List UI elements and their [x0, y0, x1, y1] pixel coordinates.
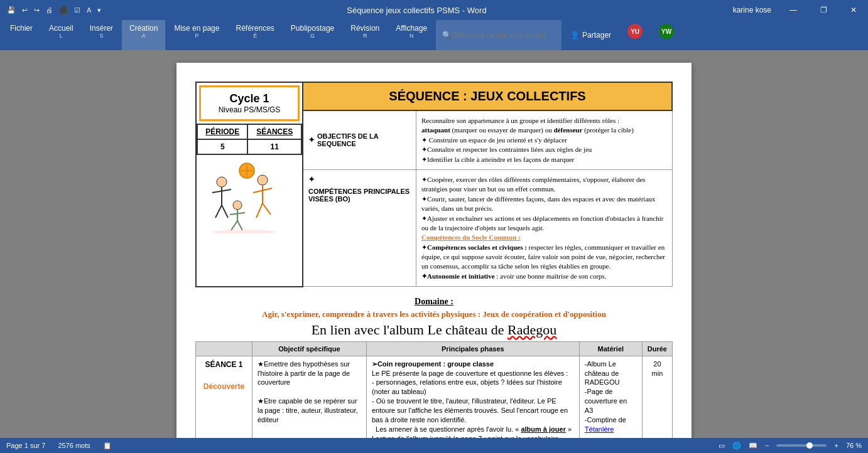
periode-value: 5 — [197, 139, 247, 154]
competences-text: COMPÉTENCES PRINCIPALES VISÉES (BO) — [308, 188, 411, 203]
tab-mise-en-page-label: Mise en page — [174, 24, 219, 33]
tab-accueil-label: Accueil — [49, 24, 73, 33]
tab-revision[interactable]: Révision R — [343, 20, 387, 50]
svg-point-13 — [233, 201, 242, 210]
competences-label: ✦ COMPÉTENCES PRINCIPALES VISÉES (BO) — [303, 170, 416, 286]
tab-mise-en-page[interactable]: Mise en page P — [166, 20, 227, 50]
tab-publipostage-label: Publipostage — [291, 24, 334, 33]
zoom-out-icon[interactable]: − — [765, 442, 769, 449]
svg-line-7 — [222, 205, 228, 218]
restore-button[interactable]: ❐ — [809, 0, 838, 20]
defenseur-text: défenseur — [553, 126, 582, 134]
search-bar[interactable]: 🔍 — [436, 20, 561, 50]
objectifs-star: ✦ — [308, 136, 315, 144]
document-title: Séquence jeux collectifs PSMS - Word — [108, 6, 725, 15]
svg-line-12 — [263, 203, 271, 215]
save-icon[interactable]: 💾 — [5, 5, 18, 16]
col-seance — [196, 341, 252, 356]
window-controls: — ❐ ✕ — [779, 0, 868, 20]
seance1-objectif: ★Emettre des hypothèses sur l'histoire à… — [252, 356, 367, 438]
col-objectif: Objectif spécifique — [252, 341, 367, 356]
title-bar: 💾 ↩ ↪ 🖨 ⬛ ☑ A ▾ Séquence jeux collectifs… — [0, 0, 868, 20]
qa-icon6[interactable]: ☑ — [72, 5, 82, 16]
tab-creation[interactable]: Création A — [122, 20, 165, 50]
close-button[interactable]: ✕ — [839, 0, 868, 20]
col-duree: Durée — [642, 341, 672, 356]
tab-affichage-label: Affichage — [396, 24, 427, 33]
tab-creation-label: Création — [129, 24, 158, 33]
seances-label: SÉANCES — [247, 124, 301, 139]
tab-fichier[interactable]: Fichier — [3, 20, 40, 50]
partner-icon: 👤 — [570, 31, 580, 40]
col-phases: Principales phases — [366, 341, 579, 356]
document-image — [197, 155, 291, 237]
redo-icon[interactable]: ↪ — [32, 5, 41, 16]
zoom-in-icon[interactable]: + — [834, 442, 838, 449]
tab-revision-label: Révision — [350, 24, 379, 33]
tab-fichier-label: Fichier — [10, 24, 33, 33]
undo-icon[interactable]: ↩ — [20, 5, 30, 16]
view-print-icon[interactable]: ▭ — [719, 442, 725, 450]
header-table: Cycle 1 Niveau PS/MS/GS PÉRIODE SÉANCES … — [195, 82, 673, 287]
qa-icon5[interactable]: ⬛ — [57, 5, 70, 16]
tab-references[interactable]: Références É — [228, 20, 281, 50]
search-input[interactable] — [452, 31, 546, 39]
minimize-button[interactable]: — — [779, 0, 808, 20]
objectifs-label: ✦ OBJECTIFS DE LA SEQUENCE — [303, 111, 416, 169]
tab-references-shortcut: É — [236, 33, 274, 39]
tab-accueil[interactable]: Accueil L — [41, 20, 81, 50]
seance1-duree: 20min — [642, 356, 672, 438]
objectifs-text: OBJECTIFS DE LA SEQUENCE — [317, 132, 411, 147]
svg-line-16 — [231, 221, 237, 230]
col-materiel: Matériel — [579, 341, 642, 356]
competences-row: ✦ COMPÉTENCES PRINCIPALES VISÉES (BO) ✦C… — [303, 170, 672, 286]
sequence-title: SÉQUENCE : JEUX COLLECTIFS — [303, 82, 672, 110]
svg-point-3 — [217, 177, 227, 187]
main-area: Cycle 1 Niveau PS/MS/GS PÉRIODE SÉANCES … — [0, 50, 868, 438]
avatar-yu: YU — [627, 24, 643, 39]
tab-affichage[interactable]: Affichage N — [388, 20, 435, 50]
competences-sociales-label: Compétences sociales et civiques : — [427, 243, 527, 251]
svg-line-17 — [237, 221, 242, 230]
domain-label: Domaine : — [195, 297, 673, 307]
document-page: Cycle 1 Niveau PS/MS/GS PÉRIODE SÉANCES … — [176, 63, 692, 438]
qa-dropdown[interactable]: ▾ — [95, 5, 103, 16]
svg-point-8 — [258, 175, 268, 185]
tab-mise-en-page-shortcut: P — [174, 33, 219, 39]
tab-publipostage[interactable]: Publipostage G — [283, 20, 342, 50]
seance1-phases: ➢Coin regroupement : groupe classe Le PE… — [366, 356, 579, 438]
tab-inserer[interactable]: Insérer S — [82, 20, 121, 50]
ribbon: Fichier Accueil L Insérer S Création A M… — [0, 20, 868, 50]
objectifs-content: Reconnaître son appartenance à un groupe… — [416, 111, 672, 169]
domain-cursive: En lien avec l'album Le château de Radeg… — [195, 322, 673, 338]
tab-accueil-shortcut: L — [49, 33, 73, 39]
search-icon: 🔍 — [442, 31, 452, 40]
quick-access-toolbar: 💾 ↩ ↪ 🖨 ⬛ ☑ A ▾ — [0, 5, 108, 16]
zoom-slider[interactable] — [776, 444, 827, 447]
spell-check-icon[interactable]: 📋 — [103, 442, 112, 450]
svg-point-18 — [212, 230, 275, 233]
periode-label: PÉRIODE — [197, 124, 247, 139]
zoom-level: 76 % — [846, 442, 862, 449]
qa-icon7[interactable]: A — [85, 5, 93, 15]
album-jouer-text: album à jouer — [521, 425, 566, 433]
ribbon-tabs: Fichier Accueil L Insérer S Création A M… — [0, 20, 684, 50]
user-avatar-2: YW — [651, 20, 681, 50]
statusbar-right: ▭ 🌐 📖 − + 76 % — [719, 442, 862, 450]
view-web-icon[interactable]: 🌐 — [732, 442, 741, 450]
partner-button[interactable]: 👤 Partager — [563, 20, 619, 50]
tetanlere-link[interactable]: Tétanlère — [585, 425, 614, 433]
competences-star: ✦ — [308, 175, 315, 184]
word-count: 2576 mots — [58, 442, 90, 449]
tab-inserer-label: Insérer — [90, 24, 113, 33]
tab-publipostage-shortcut: G — [291, 33, 334, 39]
tab-creation-shortcut: A — [129, 33, 158, 39]
print-icon[interactable]: 🖨 — [44, 5, 55, 15]
statusbar: Page 1 sur 7 2576 mots 📋 ▭ 🌐 📖 − + 76 % — [0, 438, 868, 453]
coin-regroupement-label: ➢Coin regroupement : groupe classe — [372, 360, 494, 368]
tab-revision-shortcut: R — [350, 33, 379, 39]
main-data-table: Objectif spécifique Principales phases M… — [195, 341, 673, 438]
socle-commun: Compétences du Socle Commun : — [421, 233, 521, 241]
user-info: karine kose — [725, 6, 779, 14]
view-read-icon[interactable]: 📖 — [749, 442, 757, 450]
